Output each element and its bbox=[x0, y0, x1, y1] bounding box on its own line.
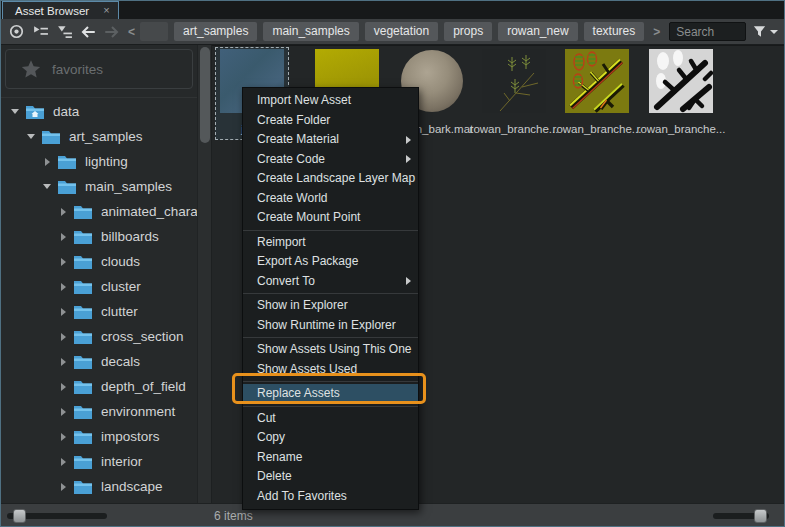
menu-item-create-material[interactable]: Create Material bbox=[243, 130, 418, 150]
tree-item-environment[interactable]: environment bbox=[1, 399, 197, 424]
menu-item-rename[interactable]: Rename bbox=[243, 448, 418, 468]
menu-item-label: Show in Explorer bbox=[257, 298, 348, 312]
collapsed-arrow-icon[interactable] bbox=[57, 458, 69, 466]
asset-item[interactable]: rowan_branche... bbox=[565, 49, 629, 113]
menu-item-replace-assets[interactable]: Replace Assets bbox=[243, 384, 418, 404]
menu-item-label: Show Assets Used bbox=[257, 362, 357, 376]
tree-item-label: animated_character bbox=[101, 204, 197, 219]
tree-item-data[interactable]: data bbox=[1, 99, 197, 124]
star-icon bbox=[20, 58, 42, 80]
menu-item-add-to-favorites[interactable]: Add To Favorites bbox=[243, 487, 418, 507]
menu-separator bbox=[243, 293, 418, 294]
collapsed-arrow-icon[interactable] bbox=[57, 383, 69, 391]
collapsed-arrow-icon[interactable] bbox=[57, 433, 69, 441]
home-folder-icon bbox=[25, 104, 45, 120]
breadcrumb-empty[interactable] bbox=[140, 22, 168, 41]
tree-item-animated_character[interactable]: animated_character bbox=[1, 199, 197, 224]
expanded-arrow-icon[interactable] bbox=[25, 134, 37, 139]
submenu-arrow-icon bbox=[406, 277, 411, 285]
tree-item-interior[interactable]: interior bbox=[1, 449, 197, 474]
thumbnail-size-slider[interactable] bbox=[713, 513, 769, 519]
menu-item-reimport[interactable]: Reimport bbox=[243, 233, 418, 253]
tree-item-lighting[interactable]: lighting bbox=[1, 149, 197, 174]
menu-item-import-new-asset[interactable]: Import New Asset bbox=[243, 91, 418, 111]
favorites-item[interactable]: favorites bbox=[5, 49, 193, 89]
collapse-tree-icon[interactable] bbox=[29, 21, 51, 43]
collapsed-arrow-icon[interactable] bbox=[57, 208, 69, 216]
folder-icon bbox=[73, 229, 93, 245]
menu-item-label: Cut bbox=[257, 411, 276, 425]
menu-item-create-code[interactable]: Create Code bbox=[243, 150, 418, 170]
tree-item-landscape[interactable]: landscape bbox=[1, 474, 197, 499]
breadcrumb-props[interactable]: props bbox=[444, 22, 492, 41]
collapsed-arrow-icon[interactable] bbox=[57, 358, 69, 366]
menu-item-show-assets-using-this-one[interactable]: Show Assets Using This One bbox=[243, 340, 418, 360]
sidebar-divider bbox=[1, 97, 197, 98]
tree-item-cross_section[interactable]: cross_section bbox=[1, 324, 197, 349]
tree-scrollbar-thumb[interactable] bbox=[13, 509, 26, 523]
menu-item-convert-to[interactable]: Convert To bbox=[243, 272, 418, 292]
asset-browser-window: Asset Browser × < art_samples main_sampl… bbox=[0, 0, 785, 527]
context-menu: Import New AssetCreate FolderCreate Mate… bbox=[242, 87, 419, 510]
breadcrumb-art-samples[interactable]: art_samples bbox=[174, 22, 257, 41]
tree-scrollbar[interactable] bbox=[7, 513, 107, 519]
menu-item-create-world[interactable]: Create World bbox=[243, 189, 418, 209]
sidebar-scrollbar[interactable] bbox=[197, 45, 211, 503]
tab-bar: Asset Browser × bbox=[1, 1, 784, 19]
expand-tree-icon[interactable] bbox=[53, 21, 75, 43]
tree-item-clouds[interactable]: clouds bbox=[1, 249, 197, 274]
items-count-label: 6 items bbox=[214, 509, 253, 523]
menu-item-create-folder[interactable]: Create Folder bbox=[243, 111, 418, 131]
menu-item-cut[interactable]: Cut bbox=[243, 409, 418, 429]
tree-item-billboards[interactable]: billboards bbox=[1, 224, 197, 249]
asset-label: rowan_branche... bbox=[626, 123, 736, 135]
search-input[interactable] bbox=[669, 22, 746, 41]
breadcrumb-vegetation[interactable]: vegetation bbox=[365, 22, 438, 41]
tree-item-label: data bbox=[53, 104, 79, 119]
tree-item-impostors[interactable]: impostors bbox=[1, 424, 197, 449]
folder-icon bbox=[57, 154, 77, 170]
menu-item-create-mount-point[interactable]: Create Mount Point bbox=[243, 208, 418, 228]
menu-item-show-in-explorer[interactable]: Show in Explorer bbox=[243, 296, 418, 316]
expanded-arrow-icon[interactable] bbox=[9, 109, 21, 114]
tree-item-cluster[interactable]: cluster bbox=[1, 274, 197, 299]
breadcrumb-scroll-left-icon[interactable]: < bbox=[125, 25, 138, 39]
expanded-arrow-icon[interactable] bbox=[41, 184, 53, 189]
breadcrumb-textures[interactable]: textures bbox=[584, 22, 645, 41]
breadcrumb-scroll-right-icon[interactable]: > bbox=[650, 25, 663, 39]
tree-item-art_samples[interactable]: art_samples bbox=[1, 124, 197, 149]
thumbnail-size-slider-thumb[interactable] bbox=[754, 509, 767, 523]
menu-item-show-assets-used[interactable]: Show Assets Used bbox=[243, 360, 418, 380]
collapsed-arrow-icon[interactable] bbox=[57, 258, 69, 266]
breadcrumb-rowan-new[interactable]: rowan_new bbox=[498, 22, 577, 41]
menu-item-delete[interactable]: Delete bbox=[243, 467, 418, 487]
tree-item-decals[interactable]: decals bbox=[1, 349, 197, 374]
collapsed-arrow-icon[interactable] bbox=[57, 308, 69, 316]
collapsed-arrow-icon[interactable] bbox=[57, 333, 69, 341]
asset-item[interactable]: rowan_branche... bbox=[482, 49, 546, 113]
eye-icon[interactable] bbox=[5, 21, 27, 43]
collapsed-arrow-icon[interactable] bbox=[57, 233, 69, 241]
tree-item-clutter[interactable]: clutter bbox=[1, 299, 197, 324]
tab-asset-browser[interactable]: Asset Browser × bbox=[2, 1, 119, 19]
tab-close-icon[interactable]: × bbox=[103, 5, 109, 16]
asset-item[interactable]: rowan_branche... bbox=[649, 49, 713, 113]
tree-item-label: decals bbox=[101, 354, 140, 369]
menu-item-show-runtime-in-explorer[interactable]: Show Runtime in Explorer bbox=[243, 316, 418, 336]
menu-item-create-landscape-layer-map[interactable]: Create Landscape Layer Map bbox=[243, 169, 418, 189]
menu-item-copy[interactable]: Copy bbox=[243, 428, 418, 448]
collapsed-arrow-icon[interactable] bbox=[57, 283, 69, 291]
folder-icon bbox=[41, 129, 61, 145]
tree-item-main_samples[interactable]: main_samples bbox=[1, 174, 197, 199]
tree-item-label: clouds bbox=[101, 254, 140, 269]
back-arrow-icon[interactable] bbox=[77, 21, 99, 43]
collapsed-arrow-icon[interactable] bbox=[57, 408, 69, 416]
filter-button[interactable] bbox=[752, 24, 780, 39]
menu-item-export-as-package[interactable]: Export As Package bbox=[243, 252, 418, 272]
tree-item-depth_of_field[interactable]: depth_of_field bbox=[1, 374, 197, 399]
collapsed-arrow-icon[interactable] bbox=[57, 483, 69, 491]
breadcrumb-main-samples[interactable]: main_samples bbox=[263, 22, 358, 41]
forward-arrow-icon[interactable] bbox=[101, 21, 123, 43]
asset-thumbnail-branches-mask bbox=[649, 49, 713, 113]
collapsed-arrow-icon[interactable] bbox=[41, 158, 53, 166]
